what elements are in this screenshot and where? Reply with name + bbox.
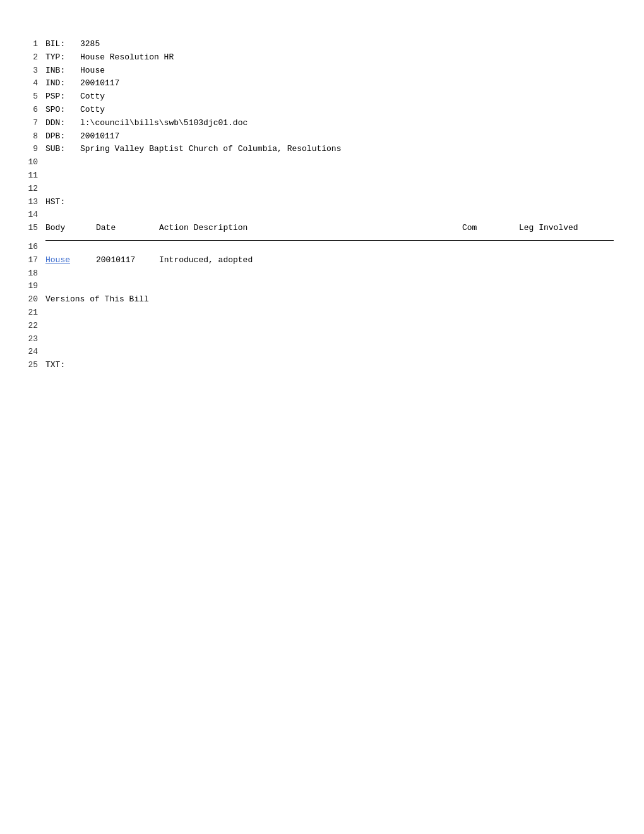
versions-text: Versions of This Bill [45,293,619,306]
line-num-7: 7 [25,117,38,130]
line-num-3: 3 [25,64,38,78]
psp-label: PSP: [45,90,80,104]
dpb-label: DPB: [45,130,80,143]
line-num-4: 4 [25,77,38,90]
bil-value: 3285 [80,38,619,51]
line-3: 3 INB: House [25,64,619,78]
line-8: 8 DPB: 20010117 [25,130,619,143]
bil-label: BIL: [45,38,80,51]
txt-label: TXT: [45,359,80,372]
sub-label: SUB: [45,143,80,156]
line-num-12: 12 [25,183,38,196]
line-num-21: 21 [25,306,38,320]
line-2: 2 TYP: House Resolution HR [25,51,619,64]
line-13: 13 HST: [25,196,619,209]
line-num-19: 19 [25,280,38,293]
line-num-5: 5 [25,90,38,104]
line-num-24: 24 [25,346,38,359]
line-num-11: 11 [25,169,38,183]
line-9: 9 SUB: Spring Valley Baptist Church of C… [25,143,619,156]
ind-value: 20010117 [80,77,619,90]
line-num-16: 16 [25,241,38,254]
line-num-14: 14 [25,208,38,222]
col-header-action: Action Description [159,222,462,235]
line-15-header: 15 Body Date Action Description Com Leg … [25,222,619,235]
ddn-value: l:\council\bills\swb\5103djc01.doc [80,117,619,130]
row-date: 20010117 [96,254,159,267]
line-num-22: 22 [25,320,38,333]
line-24: 24 [25,346,619,359]
divider-body [45,240,96,254]
line-5: 5 PSP: Cotty [25,90,619,104]
line-num-13: 13 [25,196,38,209]
line-num-15: 15 [25,222,38,235]
divider-com [462,240,519,254]
col-header-leg: Leg Involved [519,222,614,235]
sub-value: Spring Valley Baptist Church of Columbia… [80,143,619,156]
line-num-9: 9 [25,143,38,156]
line-6: 6 SPO: Cotty [25,104,619,117]
line-num-23: 23 [25,333,38,346]
col-header-date: Date [96,222,159,235]
row-body[interactable]: House [45,254,96,267]
typ-value: House Resolution HR [80,51,619,64]
house-link[interactable]: House [45,255,70,265]
psp-value: Cotty [80,90,619,104]
line-22: 22 [25,320,619,333]
col-header-body: Body [45,222,96,235]
line-num-20: 20 [25,293,38,306]
line-num-2: 2 [25,51,38,64]
line-7: 7 DDN: l:\council\bills\swb\5103djc01.do… [25,117,619,130]
typ-label: TYP: [45,51,80,64]
line-20: 20 Versions of This Bill [25,293,619,306]
divider-leg [519,240,614,254]
line-23: 23 [25,333,619,346]
line-num-17: 17 [25,254,38,267]
line-11: 11 [25,169,619,183]
divider-date [96,240,159,254]
line-16-divider: 16 [25,235,619,254]
line-4: 4 IND: 20010117 [25,77,619,90]
ddn-label: DDN: [45,117,80,130]
inb-value: House [80,64,619,78]
divider-action [159,240,462,254]
inb-label: INB: [45,64,80,78]
line-25: 25 TXT: [25,359,619,372]
line-21: 21 [25,306,619,320]
line-19: 19 [25,280,619,293]
line-num-6: 6 [25,104,38,117]
col-header-com: Com [462,222,519,235]
ind-label: IND: [45,77,80,90]
line-num-25: 25 [25,359,38,372]
line-num-8: 8 [25,130,38,143]
line-1: 1 BIL: 3285 [25,38,619,51]
document-content: 1 BIL: 3285 2 TYP: House Resolution HR 3… [25,38,619,372]
spo-label: SPO: [45,104,80,117]
dpb-value: 20010117 [80,130,619,143]
spo-value: Cotty [80,104,619,117]
line-10: 10 [25,156,619,169]
line-num-18: 18 [25,267,38,281]
line-num-1: 1 [25,38,38,51]
line-12: 12 [25,183,619,196]
line-14: 14 [25,208,619,222]
line-num-10: 10 [25,156,38,169]
hst-label: HST: [45,196,80,209]
line-18: 18 [25,267,619,281]
row-action: Introduced, adopted [159,254,462,267]
line-17-data: 17 House 20010117 Introduced, adopted [25,254,619,267]
